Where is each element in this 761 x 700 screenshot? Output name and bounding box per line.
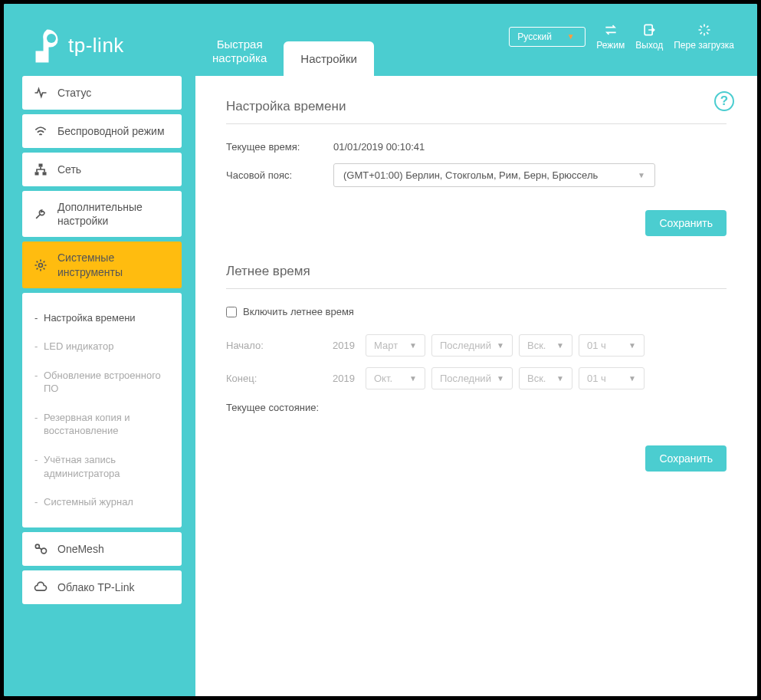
svg-rect-10	[39, 164, 43, 167]
reboot-icon	[697, 22, 712, 38]
chevron-down-icon: ▼	[556, 341, 564, 350]
wifi-icon	[33, 123, 48, 139]
chevron-down-icon: ▼	[556, 374, 564, 383]
nav-wireless[interactable]: Беспроводной режим	[22, 114, 182, 148]
mode-button[interactable]: Режим	[596, 22, 625, 51]
network-icon	[33, 162, 48, 177]
reboot-button[interactable]: Пере загрузка	[674, 22, 734, 51]
sub-led[interactable]: LED индикатор	[22, 332, 182, 361]
dst-start-hour-select[interactable]: 01 ч▼	[579, 334, 645, 357]
nav-onemesh-label: OneMesh	[57, 543, 104, 555]
save-dst-button[interactable]: Сохранить	[645, 445, 727, 472]
nav-network[interactable]: Сеть	[22, 153, 182, 186]
content-pane: ? Настройка времени Текущее время: 01/01…	[195, 76, 757, 696]
dst-end-week-select[interactable]: Последний▼	[431, 367, 513, 389]
svg-rect-11	[35, 172, 39, 175]
sidebar: Статус Беспроводной режим Сеть Дополните…	[4, 76, 182, 696]
dst-end-year: 2019	[317, 373, 359, 384]
save-time-button[interactable]: Сохранить	[645, 210, 727, 236]
nav-cloud[interactable]: Облако TP-Link	[22, 570, 182, 604]
enable-dst-label: Включить летнее время	[243, 306, 354, 317]
dst-start-year: 2019	[317, 340, 359, 351]
nav-onemesh[interactable]: OneMesh	[22, 532, 182, 566]
brand-name: tp-link	[68, 34, 124, 58]
gear-icon	[33, 258, 48, 273]
timezone-label: Часовой пояс:	[226, 169, 333, 181]
dst-end-label: Конец:	[226, 373, 310, 384]
current-time-value: 01/01/2019 00:10:41	[333, 141, 425, 153]
sub-admin[interactable]: Учётная запись администратора	[22, 445, 182, 488]
svg-point-0	[47, 34, 56, 43]
chevron-down-icon: ▼	[409, 341, 417, 350]
dst-end-day-select[interactable]: Вск.▼	[519, 367, 572, 389]
dst-start-week-select[interactable]: Последний▼	[431, 334, 513, 357]
svg-line-8	[700, 32, 701, 34]
sub-syslog[interactable]: Системный журнал	[22, 488, 182, 517]
chevron-down-icon: ▼	[638, 171, 645, 179]
mode-label: Режим	[596, 40, 625, 51]
subnav-system: Настройка времени LED индикатор Обновлен…	[22, 293, 182, 527]
enable-dst-checkbox[interactable]	[226, 307, 237, 317]
sub-time-settings[interactable]: Настройка времени	[22, 304, 182, 333]
nav-system-label: Системные инструменты	[57, 251, 171, 278]
dst-end-month-select[interactable]: Окт.▼	[366, 367, 425, 389]
chevron-down-icon: ▼	[567, 32, 575, 41]
nav-network-label: Сеть	[57, 163, 81, 176]
mesh-icon	[33, 541, 48, 557]
sub-backup[interactable]: Резервная копия и восстановление	[22, 403, 182, 445]
nav-advanced-label: Дополнительные настройки	[57, 200, 171, 228]
dst-current-status: Текущее состояние:	[226, 402, 727, 413]
nav-wireless-label: Беспроводной режим	[57, 124, 165, 138]
language-select[interactable]: Русский ▼	[509, 27, 586, 47]
dst-start-day-select[interactable]: Вск.▼	[519, 334, 572, 357]
tab-quick-setup[interactable]: Быстрая настройка	[195, 27, 284, 76]
current-time-label: Текущее время:	[226, 141, 333, 153]
dst-start-label: Начало:	[226, 340, 310, 351]
swap-icon	[603, 22, 618, 38]
activity-icon	[33, 85, 48, 100]
wrench-icon	[33, 206, 48, 222]
chevron-down-icon: ▼	[628, 374, 636, 383]
logout-icon	[641, 22, 657, 38]
timezone-select[interactable]: (GMT+01:00) Берлин, Стокгольм, Рим, Берн…	[333, 163, 655, 187]
chevron-down-icon: ▼	[497, 374, 504, 383]
brand-logo: tp-link	[4, 4, 188, 64]
reboot-label: Пере загрузка	[674, 40, 734, 51]
logout-label: Выход	[635, 40, 663, 51]
svg-line-6	[700, 26, 701, 28]
cloud-icon	[33, 580, 48, 595]
nav-status-label: Статус	[57, 87, 91, 99]
sub-firmware[interactable]: Обновление встроенного ПО	[22, 361, 182, 403]
chevron-down-icon: ▼	[409, 374, 417, 383]
timezone-select-value: (GMT+01:00) Берлин, Стокгольм, Рим, Берн…	[343, 169, 598, 181]
chevron-down-icon: ▼	[497, 341, 504, 350]
language-select-value: Русский	[517, 31, 552, 42]
svg-point-13	[39, 263, 43, 267]
nav-status[interactable]: Статус	[22, 76, 182, 110]
nav-advanced[interactable]: Дополнительные настройки	[22, 191, 182, 237]
svg-rect-12	[43, 172, 47, 175]
nav-system-tools[interactable]: Системные инструменты	[22, 242, 182, 288]
chevron-down-icon: ▼	[628, 341, 636, 350]
help-button[interactable]: ?	[714, 91, 734, 111]
dst-end-hour-select[interactable]: 01 ч▼	[579, 367, 645, 389]
dst-start-month-select[interactable]: Март▼	[366, 334, 425, 357]
section-dst-title: Летнее время	[226, 264, 727, 289]
section-time-title: Настройка времени	[226, 99, 727, 124]
tp-link-logo-icon	[34, 27, 65, 64]
nav-cloud-label: Облако TP-Link	[57, 581, 134, 593]
svg-line-9	[707, 26, 708, 28]
tab-settings[interactable]: Настройки	[284, 41, 374, 76]
svg-line-7	[707, 32, 708, 34]
logout-button[interactable]: Выход	[635, 22, 663, 51]
